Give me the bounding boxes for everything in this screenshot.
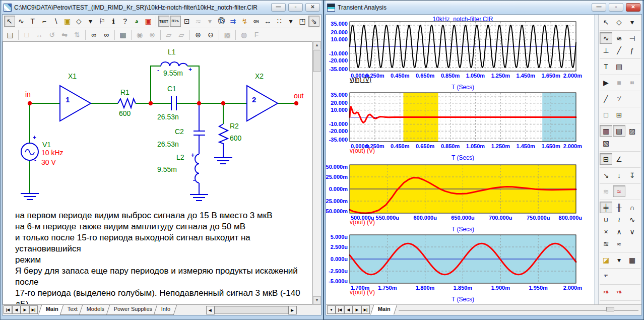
value-label-r2[interactable]: 600: [230, 134, 241, 142]
zoom-out-button[interactable]: ⊖: [205, 29, 217, 40]
current-display-toggle[interactable]: ↯: [239, 16, 250, 27]
value-label-l2[interactable]: 9.55m: [157, 165, 177, 173]
grid-tool[interactable]: ⊞: [613, 109, 625, 120]
scroll-thumb[interactable]: [215, 306, 288, 314]
envelope-top-button[interactable]: ≈: [613, 238, 625, 249]
select-box-tool[interactable]: □: [600, 109, 612, 120]
part-label-c2[interactable]: C2: [175, 127, 184, 136]
scroll-thumb[interactable]: [606, 307, 614, 311]
y-axis-settings-button[interactable]: Y⇅: [613, 286, 625, 298]
envelope-bottom-button[interactable]: ≋: [600, 238, 612, 249]
x-axis-settings-button[interactable]: X⇅: [600, 286, 612, 298]
flag-tool[interactable]: ⚐: [96, 16, 107, 27]
part-label-v1[interactable]: V1: [42, 141, 51, 149]
waveform-dropdown[interactable]: ▾: [327, 305, 336, 314]
info-tool[interactable]: ℹ: [108, 16, 119, 27]
scroll-up-icon[interactable]: ▲: [313, 41, 321, 49]
error-circle-button[interactable]: ⊗: [146, 29, 158, 40]
select-tool[interactable]: ↖: [600, 16, 612, 28]
dropdown-arrow[interactable]: ▾: [626, 16, 638, 28]
first-page-button[interactable]: |◀: [336, 305, 344, 314]
vertical-tag-tool[interactable]: ⊥: [600, 44, 612, 56]
font-button[interactable]: F: [250, 29, 263, 40]
plot-legend-vout[interactable]: v(out) (V): [350, 219, 375, 226]
line-tool[interactable]: ∖: [50, 16, 61, 27]
part-label-l2[interactable]: L2: [176, 153, 184, 161]
prev-page-button[interactable]: ◀: [12, 305, 21, 314]
region-button[interactable]: ▩: [221, 29, 233, 40]
last-page-button[interactable]: ▶|: [29, 305, 38, 314]
properties-button[interactable]: ▤: [613, 60, 625, 72]
numeric-output-button[interactable]: ▦: [626, 254, 638, 266]
wire-diagonal-tool[interactable]: ⌐: [39, 16, 50, 27]
close-button[interactable]: ✕: [626, 3, 640, 12]
attribute-display-toggle[interactable]: R1∿: [170, 16, 181, 27]
part-label-x2[interactable]: X2: [255, 72, 264, 80]
line-tool[interactable]: ╱: [600, 93, 612, 104]
pause-button[interactable]: ▮▮: [626, 77, 638, 88]
zoom-in-button[interactable]: ⊕: [192, 29, 204, 40]
schematic-horizontal-scrollbar[interactable]: ◀ ▶: [206, 305, 297, 315]
part-list-tool[interactable]: ◇: [74, 16, 85, 27]
dropdown-arrow[interactable]: ▾: [285, 16, 296, 27]
polyline-tool[interactable]: °╱: [613, 93, 625, 104]
part-label-r1[interactable]: R1: [120, 88, 130, 96]
slope-tag-tool[interactable]: ╱: [613, 44, 625, 56]
browse-icon[interactable]: ◕: [131, 16, 142, 27]
part-list-tool[interactable]: ◇: [613, 16, 625, 28]
preview-button[interactable]: ▦: [117, 29, 129, 40]
rotate-button[interactable]: ↺: [46, 29, 58, 40]
attributes-button[interactable]: ▤: [4, 29, 16, 40]
horizontal-cursor-button[interactable]: ╪: [600, 202, 612, 213]
flip-v-button[interactable]: ⇅: [71, 29, 83, 40]
value-label-v1-freq[interactable]: 10 kHz: [41, 149, 63, 157]
maximize-button[interactable]: ▫: [609, 3, 623, 12]
high-button[interactable]: ≀: [613, 214, 625, 225]
power-display-toggle[interactable]: ON: [250, 16, 262, 27]
panel-toggle[interactable]: ⊟: [600, 153, 612, 165]
slope-toggle[interactable]: ∠: [613, 153, 625, 165]
info-circle-button[interactable]: ◉: [134, 29, 146, 40]
cursor-mode-toggle[interactable]: ⇘: [308, 16, 319, 27]
state-variables-button[interactable]: ◪: [600, 254, 612, 266]
maximize-button[interactable]: ▫: [288, 3, 303, 12]
minimize-button[interactable]: —: [271, 3, 286, 12]
plot-horizontal-scrollbar[interactable]: [399, 309, 638, 311]
help-mode-tool[interactable]: ?: [119, 16, 131, 27]
condition-display-toggle[interactable]: ↔: [262, 16, 273, 27]
schematic-vertical-scrollbar[interactable]: ▲ ▼: [312, 41, 321, 304]
last-page-button[interactable]: ▶|: [361, 305, 370, 314]
dropdown-arrow[interactable]: ▾: [613, 254, 625, 266]
stop-button[interactable]: ■: [613, 77, 625, 88]
dropdown-arrow[interactable]: ▾: [205, 16, 216, 27]
find-button[interactable]: ∞: [88, 29, 100, 40]
part-label-r2[interactable]: R2: [230, 122, 239, 130]
select-tool[interactable]: ↖: [4, 16, 15, 27]
node-number-toggle[interactable]: ⇉: [228, 16, 239, 27]
error-badge-icon[interactable]: ▣: [143, 16, 154, 27]
cursor-tool[interactable]: ∿: [600, 32, 612, 44]
component-tool[interactable]: ▣: [62, 16, 73, 27]
copy-to-back-button[interactable]: ▱: [175, 29, 187, 40]
box-select-button[interactable]: □: [21, 29, 33, 40]
p-key-button[interactable]: 'P': [600, 270, 612, 282]
run-button[interactable]: ▶: [600, 77, 612, 88]
peak-button[interactable]: ∩: [626, 202, 638, 213]
plot-legend-vout[interactable]: v(out) (V): [350, 147, 375, 154]
inflection-button[interactable]: ∧: [613, 226, 625, 237]
slope-cursor-button[interactable]: ×: [600, 226, 612, 237]
date-stamp-toggle[interactable]: ⑬: [216, 16, 227, 27]
value-label-c2[interactable]: 26.53n: [157, 140, 179, 148]
next-page-button[interactable]: ▶: [21, 305, 29, 314]
vertical-cursor-button[interactable]: ╫: [613, 202, 625, 213]
first-page-button[interactable]: |◀: [4, 305, 12, 314]
value-label-r1[interactable]: 600: [119, 109, 131, 117]
low-button[interactable]: ∿: [626, 214, 638, 225]
plot-vout-steady[interactable]: 5.000u2.500u0.000u-2.500u-5.000u1.700m1.…: [326, 234, 586, 291]
dropdown-arrow[interactable]: ▾: [85, 16, 96, 27]
horizontal-tag-tool[interactable]: ⊣: [626, 32, 638, 44]
part-label-c1[interactable]: C1: [167, 85, 176, 93]
grid-toggle[interactable]: ∷: [274, 16, 285, 27]
plot-legend-vout[interactable]: v(out) (V): [350, 289, 375, 296]
curves-button[interactable]: ≋: [600, 185, 612, 197]
